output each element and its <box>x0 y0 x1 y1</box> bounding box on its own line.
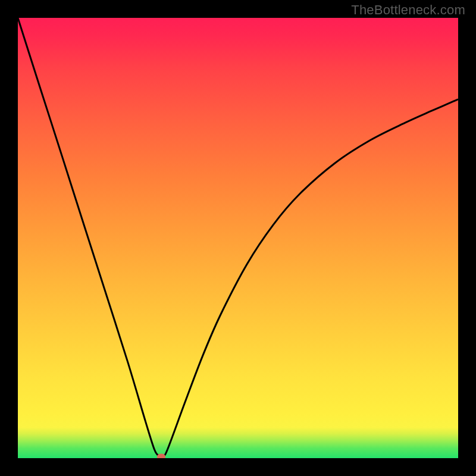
minimum-marker <box>157 453 165 458</box>
bottleneck-curve <box>18 18 458 456</box>
chart-frame: TheBottleneck.com <box>0 0 476 476</box>
plot-area <box>18 18 458 458</box>
watermark-text: TheBottleneck.com <box>351 2 465 18</box>
curve-svg <box>18 18 458 458</box>
